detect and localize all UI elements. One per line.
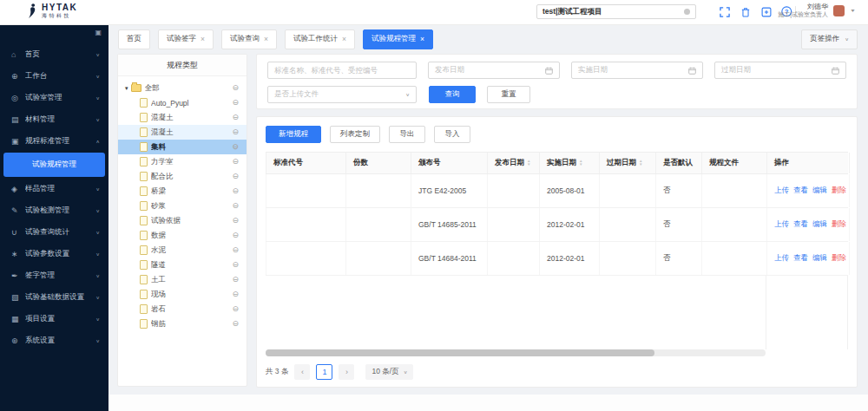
sidebar-item-3[interactable]: ◎试验室管理∨ (0, 87, 108, 108)
add-regulation-button[interactable]: 新增规程 (266, 126, 321, 143)
collapse-node-icon[interactable]: ⊖ (232, 202, 239, 210)
tree-node[interactable]: 水泥⊖ (118, 243, 247, 258)
collapse-node-icon[interactable]: ⊖ (232, 99, 239, 107)
tree-node[interactable]: 集料⊖ (118, 140, 247, 154)
import-button[interactable]: 导入 (434, 126, 470, 143)
prev-page-button[interactable]: ‹ (294, 364, 310, 380)
tree-node[interactable]: 混凝土⊖ (118, 110, 247, 125)
tree-node[interactable]: 桥梁⊖ (118, 184, 247, 199)
edit-link[interactable]: 编辑 (812, 253, 827, 264)
tree-node[interactable]: Auto_Pyupl⊖ (118, 95, 247, 110)
tab-actions-button[interactable]: 页签操作 ∨ (801, 29, 858, 49)
tree-expander-icon[interactable]: ▾ (125, 85, 128, 92)
sidebar-item-6[interactable]: ◈样品管理∨ (0, 178, 108, 199)
sidebar-item-1[interactable]: ⌂首页∨ (0, 43, 108, 65)
sidebar-subitem[interactable]: 试验规程管理 (3, 153, 105, 177)
lab-icon: ◎ (11, 94, 23, 102)
delete-link[interactable]: 删除 (832, 186, 846, 196)
collapse-node-icon[interactable]: ⊖ (232, 246, 239, 254)
upload-link[interactable]: 上传 (774, 219, 789, 230)
sidebar-item-10[interactable]: ✒签字管理∨ (0, 264, 108, 286)
delete-link[interactable]: 删除 (832, 253, 846, 264)
view-link[interactable]: 查看 (793, 186, 808, 196)
edit-link[interactable]: 编辑 (812, 219, 827, 230)
tree-node[interactable]: 土工⊖ (118, 272, 247, 287)
reset-button[interactable]: 重置 (487, 86, 530, 103)
sidebar-item-8[interactable]: ∪试验查询统计∨ (0, 221, 108, 243)
close-tab-icon[interactable]: × (264, 36, 268, 43)
close-tab-icon[interactable]: × (201, 36, 205, 43)
sidebar-item-7[interactable]: ✎试验检测管理∨ (0, 199, 108, 221)
upload-link[interactable]: 上传 (774, 253, 789, 264)
collapse-node-icon[interactable]: ⊖ (232, 114, 239, 121)
sidebar-item-5[interactable]: ▣规程标准管理∧ (0, 130, 108, 152)
tree-node[interactable]: 力学室⊖ (118, 154, 247, 169)
tab-1[interactable]: 首页 (118, 29, 150, 49)
collapse-node-icon[interactable]: ⊖ (232, 187, 239, 195)
upload-link[interactable]: 上传 (774, 186, 789, 196)
tree-node[interactable]: 混凝土⊖ (118, 125, 247, 140)
upload-file-select[interactable]: 是否上传文件 ∨ (267, 86, 417, 103)
tree-node[interactable]: 岩石⊖ (118, 302, 247, 316)
column-header-implement_date[interactable]: 实施日期▲▼ (540, 153, 600, 173)
collapse-node-icon[interactable]: ⊖ (232, 217, 239, 225)
collapse-node-icon[interactable]: ⊖ (232, 84, 239, 92)
scrollbar-thumb[interactable] (266, 349, 654, 356)
tree-node[interactable]: 隧道⊖ (118, 258, 247, 272)
export-button[interactable]: 导出 (389, 126, 425, 143)
current-page-button[interactable]: 1 (316, 364, 332, 380)
sidebar-item-13[interactable]: ⊛系统设置∨ (0, 329, 108, 351)
project-select[interactable]: test|测试工程项目 (536, 4, 696, 19)
close-tab-icon[interactable]: × (342, 36, 346, 43)
tab-3[interactable]: 试验查询× (221, 29, 277, 49)
edit-link[interactable]: 编辑 (812, 186, 827, 196)
tree-node[interactable]: 配合比⊖ (118, 169, 247, 184)
collapse-node-icon[interactable]: ⊖ (232, 143, 239, 151)
sort-icon[interactable]: ▲▼ (639, 160, 642, 166)
tab-2[interactable]: 试验签字× (158, 29, 214, 49)
customize-list-button[interactable]: 列表定制 (330, 126, 380, 143)
next-page-button[interactable]: › (339, 364, 354, 380)
tree-node[interactable]: 试验依据⊖ (118, 213, 247, 228)
close-tab-icon[interactable]: × (420, 36, 424, 43)
sidebar-collapse-icon[interactable]: ▣ (95, 29, 102, 36)
column-header-expire_date[interactable]: 过期日期▲▼ (600, 153, 656, 173)
collapse-node-icon[interactable]: ⊖ (232, 305, 239, 313)
keyword-input[interactable] (267, 62, 417, 79)
column-header-publish_date[interactable]: 发布日期▲▼ (488, 153, 540, 173)
sidebar-item-12[interactable]: ▦项目设置∨ (0, 308, 108, 329)
collapse-node-icon[interactable]: ⊖ (232, 276, 239, 284)
search-button[interactable]: 查询 (429, 86, 476, 103)
sort-icon[interactable]: ▲▼ (527, 160, 530, 166)
fullscreen-icon[interactable] (719, 6, 730, 17)
delete-link[interactable]: 删除 (832, 219, 846, 230)
view-link[interactable]: 查看 (793, 253, 808, 264)
tree-node[interactable]: 现场⊖ (118, 287, 247, 302)
tab-4[interactable]: 试验工作统计× (285, 29, 355, 49)
tree-node[interactable]: 钢筋⊖ (118, 316, 247, 331)
tree-root-node[interactable]: ▾ 全部 ⊖ (118, 81, 247, 95)
tree-node[interactable]: 数据⊖ (118, 228, 247, 243)
tab-5[interactable]: 试验规程管理× (363, 29, 433, 49)
publish-date-picker[interactable]: 发布日期 (428, 62, 560, 79)
sidebar-item-9[interactable]: ∗试验参数设置∨ (0, 243, 108, 264)
collapse-node-icon[interactable]: ⊖ (232, 261, 239, 269)
page-size-select[interactable]: 10 条/页 ∨ (365, 364, 413, 380)
trash-icon[interactable] (740, 6, 751, 17)
sidebar-item-4[interactable]: ▤材料管理∨ (0, 108, 108, 130)
plus-square-icon[interactable] (760, 6, 772, 17)
sidebar-item-2[interactable]: ⊕工作台∨ (0, 65, 108, 87)
expire-date-picker[interactable]: 过期日期 (714, 62, 846, 79)
user-menu[interactable]: 刘德华 施工|试验室负责人 ▼ (778, 3, 856, 19)
collapse-node-icon[interactable]: ⊖ (232, 232, 239, 239)
view-link[interactable]: 查看 (793, 219, 808, 230)
collapse-node-icon[interactable]: ⊖ (232, 158, 239, 166)
collapse-node-icon[interactable]: ⊖ (232, 320, 239, 328)
sidebar-item-11[interactable]: ▧试验基础数据设置∨ (0, 286, 108, 308)
collapse-node-icon[interactable]: ⊖ (232, 173, 239, 180)
collapse-node-icon[interactable]: ⊖ (232, 290, 239, 298)
collapse-node-icon[interactable]: ⊖ (232, 128, 239, 136)
implement-date-picker[interactable]: 实施日期 (571, 62, 703, 79)
sort-icon[interactable]: ▲▼ (579, 160, 582, 166)
tree-node[interactable]: 砂浆⊖ (118, 199, 247, 213)
